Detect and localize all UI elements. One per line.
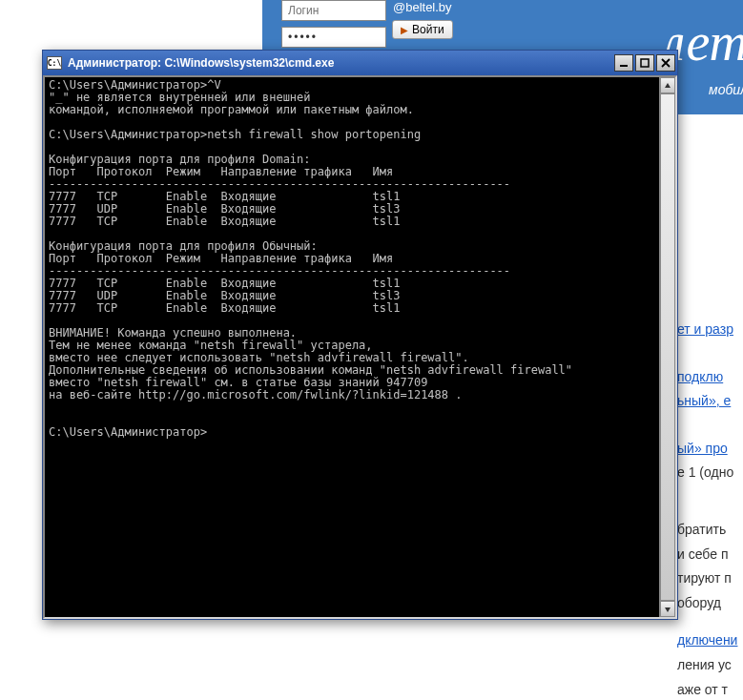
cmd-output[interactable]: C:\Users\Администратор>^V "_" не являетс…	[45, 77, 659, 617]
text-fragment: ления ус	[677, 656, 738, 675]
link-fragment[interactable]: дключени	[677, 631, 738, 650]
text-fragment: братить	[677, 521, 738, 540]
scrollbar[interactable]	[659, 77, 675, 617]
link-fragment[interactable]: подклю	[677, 368, 738, 387]
text-fragment: и себе п	[677, 546, 738, 565]
cmd-icon: C:\	[47, 56, 62, 70]
login-button[interactable]: ▶ Войти	[392, 20, 453, 39]
banner-sub-text: мобил	[709, 82, 743, 97]
domain-suffix: @beltel.by	[393, 0, 452, 14]
arrow-icon: ▶	[401, 25, 408, 35]
text-fragment: оборуд	[677, 594, 738, 613]
text-fragment: тируют п	[677, 569, 738, 588]
login-input[interactable]	[281, 0, 386, 21]
titlebar[interactable]: C:\ Администратор: C:\Windows\system32\c…	[43, 51, 677, 75]
link-fragment[interactable]: ет и разр	[677, 320, 738, 340]
link-fragment[interactable]: ьный», е	[677, 392, 738, 411]
scroll-up-button[interactable]	[660, 77, 675, 93]
maximize-icon	[640, 58, 650, 68]
minimize-button[interactable]	[614, 54, 633, 72]
scroll-down-button[interactable]	[660, 601, 675, 617]
cmd-client-area: C:\Users\Администратор>^V "_" не являетс…	[43, 75, 677, 619]
password-input[interactable]	[281, 27, 386, 48]
window-title: Администратор: C:\Windows\system32\cmd.e…	[68, 56, 614, 70]
scroll-track[interactable]	[660, 93, 675, 601]
scroll-thumb[interactable]	[660, 93, 675, 601]
svg-rect-1	[641, 59, 649, 67]
link-fragment[interactable]: ый» про	[677, 440, 738, 459]
close-icon	[661, 58, 671, 68]
close-button[interactable]	[656, 54, 675, 72]
chevron-down-icon	[664, 606, 671, 613]
login-form: @beltel.by ▶ Войти	[281, 0, 453, 48]
chevron-up-icon	[664, 82, 671, 90]
text-fragment: аже от т	[677, 681, 738, 700]
maximize-button[interactable]	[635, 54, 654, 72]
text-fragment: е 1 (одно	[677, 463, 738, 483]
cmd-window: C:\ Администратор: C:\Windows\system32\c…	[42, 50, 678, 620]
minimize-icon	[619, 58, 629, 68]
svg-rect-0	[620, 65, 628, 67]
login-button-label: Войти	[412, 23, 444, 36]
